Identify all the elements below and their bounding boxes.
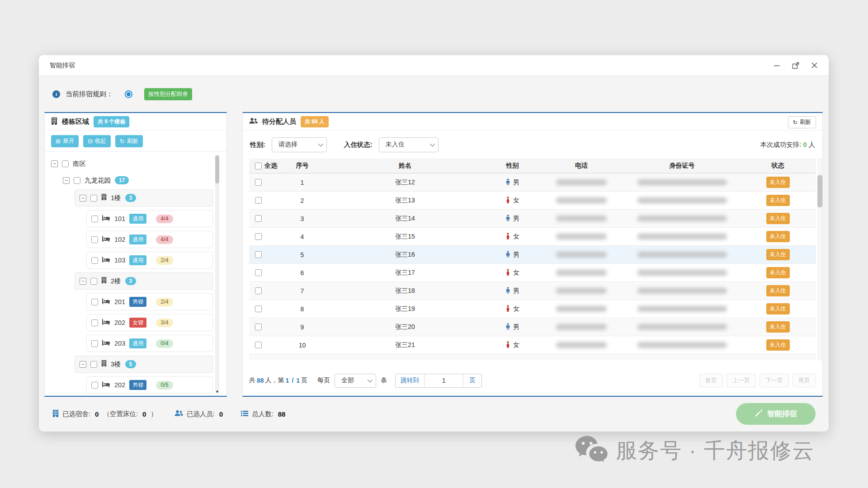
- tree-node-room[interactable]: 101通用4/4: [86, 210, 213, 227]
- table-row[interactable]: 7张三18男未入住: [249, 282, 816, 300]
- tree-node-room[interactable]: 102通用4/4: [86, 231, 213, 248]
- bed-icon: [102, 319, 110, 327]
- tree-node-room[interactable]: 103通用2/4: [86, 252, 213, 269]
- tree-collapse-toggle[interactable]: −: [80, 195, 86, 202]
- id-card-masked: [637, 197, 727, 203]
- region-checkbox[interactable]: [62, 160, 69, 167]
- tree-collapse-toggle[interactable]: −: [80, 361, 86, 368]
- jump-button[interactable]: 跳转到: [396, 374, 425, 387]
- room-checkbox[interactable]: [91, 236, 98, 243]
- room-checkbox[interactable]: [91, 216, 98, 222]
- room-checkbox[interactable]: [91, 382, 98, 389]
- tree-node-floor[interactable]: −2楼3: [75, 272, 213, 290]
- cell-gender: 女: [486, 197, 538, 205]
- female-icon: [505, 197, 510, 205]
- collapse-all-button[interactable]: ⊟收起: [83, 135, 111, 147]
- table-row[interactable]: 9张三20男未入住: [249, 318, 816, 336]
- jump-page-input[interactable]: [425, 374, 463, 387]
- status-badge: 未入住: [766, 177, 790, 188]
- row-checkbox[interactable]: [255, 324, 262, 330]
- table-row[interactable]: 5张三16男未入住: [249, 246, 816, 264]
- tree-node-floor[interactable]: −1楼3: [75, 189, 213, 206]
- floor-checkbox[interactable]: [90, 195, 97, 202]
- close-icon[interactable]: [811, 62, 818, 69]
- room-checkbox[interactable]: [91, 319, 98, 326]
- cell-name: 张三17: [324, 269, 486, 277]
- tree-refresh-button[interactable]: ↻刷新: [115, 135, 143, 147]
- jump-unit-button[interactable]: 页: [463, 374, 481, 387]
- row-checkbox[interactable]: [255, 179, 262, 186]
- smart-allocate-button[interactable]: 智能排宿: [736, 403, 816, 425]
- success-counter: 本次成功安排: 0 人: [760, 141, 815, 149]
- table-refresh-button[interactable]: ↻刷新: [788, 116, 816, 128]
- prev-page-button[interactable]: 上一页: [726, 374, 756, 387]
- smart-allocation-dialog: 智能排宿 i 当前排宿规则： 按性别分配宿舍 楼栋区域 共 9 个楼栋 ⊞展开 …: [39, 55, 829, 432]
- last-page-button[interactable]: 尾页: [793, 374, 816, 387]
- tree-node-floor[interactable]: −3楼5: [75, 356, 213, 373]
- first-page-button[interactable]: 首页: [699, 374, 723, 387]
- total-count: 88: [257, 377, 264, 384]
- room-checkbox[interactable]: [91, 257, 98, 264]
- pending-panel-title: 待分配人员: [262, 117, 296, 126]
- table-row[interactable]: 8张三19女未入住: [249, 300, 816, 318]
- row-checkbox[interactable]: [255, 215, 262, 222]
- room-number: 102: [114, 236, 125, 243]
- table-row[interactable]: 1张三12男未入住: [249, 174, 816, 192]
- table-scrollbar[interactable]: [817, 159, 822, 361]
- next-page-button[interactable]: 下一页: [760, 374, 789, 387]
- status-badge: 未入住: [766, 213, 790, 224]
- cell-id-card: [624, 179, 740, 185]
- table-row[interactable]: 6张三17女未入住: [249, 264, 816, 282]
- row-checkbox[interactable]: [255, 287, 262, 294]
- tree-collapse-toggle[interactable]: −: [80, 278, 86, 285]
- cell-seq: 3: [281, 215, 324, 222]
- select-all-checkbox[interactable]: [255, 163, 262, 169]
- row-checkbox[interactable]: [255, 305, 262, 312]
- maximize-icon[interactable]: [792, 62, 799, 69]
- cell-id-card: [624, 270, 740, 276]
- tree-node-room[interactable]: 201男寝2/4: [86, 293, 213, 310]
- floor-checkbox[interactable]: [90, 278, 97, 285]
- row-checkbox[interactable]: [255, 269, 262, 276]
- row-checkbox[interactable]: [255, 342, 262, 348]
- scroll-down-icon[interactable]: ▼: [215, 389, 219, 394]
- table-row[interactable]: 4张三15女未入住: [249, 228, 816, 246]
- tree-node-room[interactable]: 203通用0/4: [86, 335, 213, 352]
- room-number: 202: [114, 319, 125, 326]
- tree-node-room[interactable]: 202男寝0/5: [86, 376, 213, 394]
- row-checkbox[interactable]: [255, 197, 262, 204]
- female-icon: [505, 233, 510, 241]
- floor-checkbox[interactable]: [90, 361, 97, 368]
- total-pages: 1: [296, 377, 300, 384]
- tree-node-region: −南区: [51, 156, 213, 171]
- room-checkbox[interactable]: [91, 299, 98, 305]
- cell-seq: 6: [281, 269, 324, 277]
- room-count-badge: 17: [115, 176, 129, 184]
- minimize-icon[interactable]: [774, 62, 780, 69]
- per-page-select[interactable]: 全部: [335, 374, 376, 388]
- cell-select: [249, 305, 281, 312]
- tree-collapse-toggle[interactable]: −: [63, 177, 70, 184]
- status-select[interactable]: 未入住: [379, 137, 439, 152]
- phone-masked: [556, 270, 607, 276]
- table-row[interactable]: 2张三13女未入住: [249, 192, 816, 210]
- cell-name: 张三12: [324, 178, 486, 187]
- room-checkbox[interactable]: [91, 340, 98, 347]
- cell-select: [249, 324, 281, 330]
- rule-radio[interactable]: [125, 90, 132, 98]
- watermark-text: 服务号 · 千舟报修云: [616, 436, 815, 465]
- tree-node-room[interactable]: 202女寝3/4: [86, 314, 213, 331]
- cell-status: 未入住: [740, 321, 816, 333]
- row-checkbox[interactable]: [255, 251, 262, 258]
- expand-all-button[interactable]: ⊞展开: [51, 135, 79, 147]
- gender-select[interactable]: 请选择: [272, 137, 327, 152]
- building-checkbox[interactable]: [74, 177, 80, 184]
- tree-collapse-toggle[interactable]: −: [51, 160, 58, 167]
- tree-scrollbar[interactable]: ▼: [215, 155, 219, 393]
- magic-wand-icon: [755, 409, 763, 419]
- window-title: 智能排宿: [50, 61, 75, 70]
- table-row[interactable]: 10张三21女未入住: [249, 336, 816, 354]
- row-checkbox[interactable]: [255, 233, 262, 240]
- table-row[interactable]: 3张三14男未入住: [249, 210, 816, 228]
- building-count-badge: 共 9 个楼栋: [94, 116, 129, 127]
